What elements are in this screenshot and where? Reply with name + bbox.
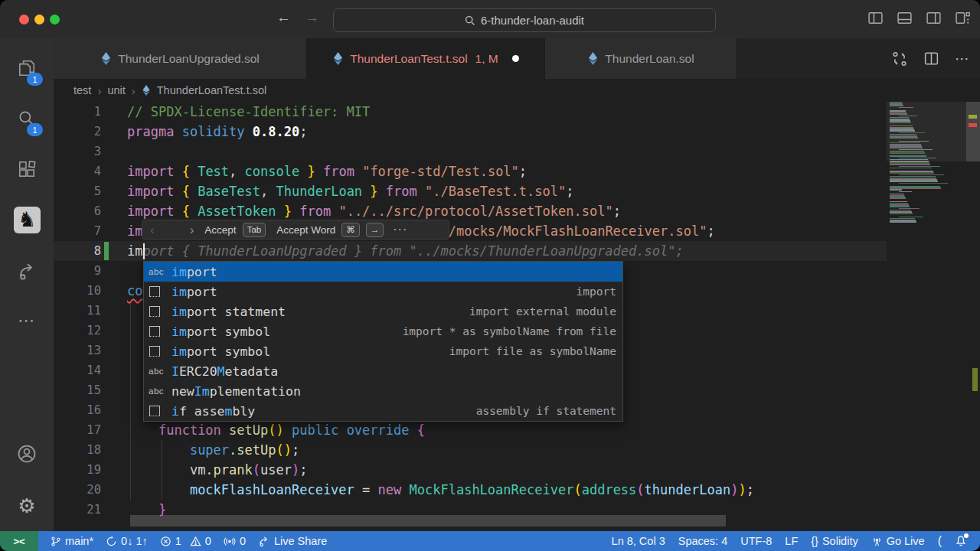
forward-arrow-icon[interactable]: → [305, 9, 319, 26]
zoom-window-button[interactable] [50, 15, 60, 24]
command-center-search[interactable]: 6-thunder-loan-audit [333, 8, 716, 32]
settings-gear-icon[interactable]: ⚙ [0, 481, 54, 531]
account-icon[interactable] [0, 429, 54, 479]
line-number: 1 [54, 102, 101, 122]
chess-knight-extension-icon[interactable]: ♞ [0, 194, 54, 245]
search-view-icon[interactable]: 1 [0, 93, 54, 144]
ruler-error-mark [969, 123, 977, 127]
suggestion-item[interactable]: import symbolimport file as symbolName [144, 341, 622, 361]
solidity-file-icon [332, 52, 344, 65]
suggestion-item[interactable]: abcIERC20Metadata [144, 361, 622, 381]
split-editor-icon[interactable] [923, 51, 939, 67]
ruler-modified-mark [972, 368, 978, 391]
problems-item[interactable]: 1 0 [160, 535, 211, 547]
ruler-modified-mark [969, 115, 977, 119]
breadcrumb-item-unit[interactable]: unit [107, 84, 125, 96]
notifications-item[interactable] [955, 535, 967, 547]
back-arrow-icon[interactable]: ← [276, 9, 291, 26]
accept-button[interactable]: Accept [204, 224, 236, 236]
breadcrumb-item-file[interactable]: ThunderLoanTest.t.sol [157, 84, 266, 96]
suggestion-item[interactable]: if assemblyassembly if statement [144, 401, 622, 421]
encoding-item[interactable]: UTF-8 [740, 535, 772, 547]
inline-suggestion-toolbar: ‹ › Accept Tab Accept Word ⌘ → ··· [142, 220, 449, 240]
code-line: // SPDX-License-Identifier: MIT [127, 102, 370, 122]
sync-icon [106, 536, 117, 547]
suggest-widget: abcimportimportimportimport statmentimpo… [143, 261, 623, 422]
tab-thunderloanupgraded[interactable]: ThunderLoanUpgraded.sol [54, 38, 307, 79]
tab-thunderloan[interactable]: ThunderLoan.sol [545, 38, 737, 79]
toolbar-more-icon[interactable]: ··· [393, 223, 407, 236]
suggestion-label: import [172, 285, 217, 299]
language-mode-item[interactable]: {} Solidity [811, 535, 858, 547]
tab-thunderloantest[interactable]: ThunderLoanTest.t.sol 1, M [307, 38, 545, 79]
breadcrumb-separator: › [97, 84, 101, 97]
code-line: import { ThunderLoanUpgraded } from "../… [127, 241, 684, 261]
live-share-view-icon[interactable] [0, 245, 54, 295]
line-number: 15 [54, 380, 101, 400]
suggestion-detail: assembly if statement [476, 405, 616, 417]
breadcrumb-item-test[interactable]: test [74, 84, 91, 96]
suggestion-item[interactable]: importimport [144, 282, 622, 302]
explorer-icon[interactable]: 1 [0, 43, 54, 93]
git-branch-item[interactable]: main* [51, 535, 93, 547]
spaces: Spaces: 4 [678, 535, 728, 547]
minimize-window-button[interactable] [34, 15, 44, 24]
unsaved-dot-icon[interactable] [512, 55, 519, 62]
eol-item[interactable]: LF [785, 535, 798, 547]
broadcast-icon [224, 536, 236, 547]
suggestion-item[interactable]: abcimport [144, 262, 622, 282]
more-views-icon[interactable]: ⋯ [0, 295, 54, 346]
snippet-suggestion-icon [149, 326, 172, 337]
solidity-file-icon [587, 52, 599, 65]
live-share-item[interactable]: Live Share [258, 535, 327, 547]
language-label: Solidity [822, 535, 858, 547]
go-live-item[interactable]: Go Live [871, 535, 925, 547]
minimap-code-line [899, 183, 948, 184]
tab-label: ThunderLoanUpgraded.sol [118, 52, 259, 66]
suggestion-item[interactable]: import statmentimport external module [144, 302, 622, 321]
toggle-panel-icon[interactable] [897, 10, 913, 26]
solidity-file-icon [100, 52, 112, 65]
line-number: 5 [54, 181, 101, 201]
snippet-suggestion-icon [149, 306, 172, 317]
remote-indicator[interactable]: >< [0, 531, 38, 551]
editor-more-actions-icon[interactable]: ⋯ [955, 50, 969, 67]
git-added-indicator [104, 242, 109, 260]
suggestion-item[interactable]: abcnewImplementation [144, 381, 622, 401]
explorer-badge: 1 [27, 73, 43, 86]
code-line: vm.prank(user); [127, 460, 308, 480]
minimap[interactable] [887, 102, 966, 531]
open-changes-icon[interactable] [891, 51, 908, 67]
minimap-code-line [890, 197, 906, 199]
search-icon [465, 15, 475, 26]
accept-word-button[interactable]: Accept Word [276, 224, 335, 236]
customize-layout-icon[interactable] [955, 10, 971, 26]
suggestion-item[interactable]: import symbolimport * as symbolName from… [144, 321, 622, 341]
extensions-icon[interactable] [0, 144, 54, 194]
next-suggestion-icon[interactable]: › [190, 223, 194, 236]
word-suggestion-icon: abc [149, 367, 172, 376]
minimap-slider[interactable] [887, 102, 966, 161]
code-line: function setUp() public override { [127, 420, 425, 440]
crescent-item[interactable]: ( [938, 534, 942, 548]
previous-suggestion-icon[interactable]: ‹ [150, 223, 155, 236]
toggle-secondary-sidebar-icon[interactable] [926, 10, 942, 26]
suggestion-detail: import * as symbolName from file [403, 325, 616, 337]
close-window-button[interactable] [19, 15, 29, 24]
line-number: 8 [54, 241, 101, 261]
tab-problem-badge: 1, M [475, 52, 498, 66]
horizontal-scrollbar[interactable] [130, 515, 726, 527]
indentation-item[interactable]: Spaces: 4 [678, 535, 728, 547]
scrollbar-thumb[interactable] [966, 102, 980, 161]
breadcrumb-separator: › [132, 84, 136, 97]
overview-ruler[interactable] [966, 102, 980, 531]
title-bar: ← → 6-thunder-loan-audit [0, 0, 980, 39]
go-live-tower-icon [871, 536, 883, 547]
line-number: 17 [54, 420, 101, 440]
suggestion-detail: import external module [469, 305, 616, 318]
snippet-suggestion-icon [149, 346, 172, 357]
ports-item[interactable]: 0 [224, 535, 246, 547]
cursor-position-item[interactable]: Ln 8, Col 3 [612, 535, 665, 547]
toggle-sidebar-icon[interactable] [867, 10, 884, 26]
sync-changes-item[interactable]: 0↓ 1↑ [106, 535, 148, 547]
